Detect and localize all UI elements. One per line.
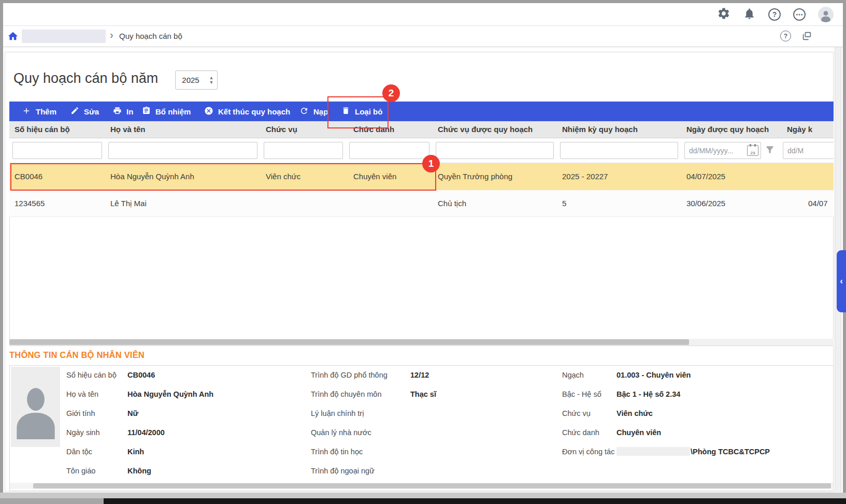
field-value: Chuyên viên (616, 428, 661, 437)
edit-button-label: Sửa (84, 107, 99, 116)
field-value: Kinh (127, 448, 144, 456)
user-avatar[interactable] (818, 7, 834, 22)
filter-chuc-danh-input[interactable] (349, 142, 429, 159)
field-label: Dân tộc (66, 448, 127, 456)
breadcrumb: › Quy hoạch cán bộ ? (3, 26, 843, 47)
appoint-button-label: Bổ nhiệm (155, 107, 191, 116)
field-label: Trình độ chuyên môn (311, 390, 410, 398)
field-value: Viên chức (616, 409, 653, 417)
reload-button[interactable]: Nạp (299, 102, 328, 121)
date-placeholder-clipped: dd/M (783, 147, 834, 155)
gear-icon[interactable] (717, 7, 730, 22)
field-label: Bậc - Hệ số (562, 390, 616, 398)
cell-chuc-danh (346, 190, 433, 217)
filter-ho-ten-input[interactable] (108, 142, 257, 159)
table-horizontal-scrollbar[interactable] (9, 339, 834, 345)
window-border-bottom (0, 493, 846, 498)
field-value: Hòa Nguyễn Quỳnh Anh (127, 390, 213, 398)
field-label: Tôn giáo (66, 467, 127, 475)
column-header-ngay-duoc-quy-hoach[interactable]: Ngày được quy hoạch (681, 121, 780, 138)
more-options-icon[interactable]: ⋯ (793, 8, 806, 21)
scrollbar-thumb[interactable] (33, 483, 831, 488)
home-icon[interactable] (7, 31, 19, 44)
annotation-rect-step2 (327, 96, 389, 128)
plus-icon (22, 106, 31, 117)
field-label: Trình độ tin học (311, 448, 410, 456)
filter-funnel-icon[interactable] (765, 145, 775, 157)
bell-icon[interactable] (743, 7, 756, 22)
cell-ngay-ket-thuc (780, 163, 834, 190)
field-label: Số hiệu cán bộ (66, 371, 127, 379)
print-button[interactable]: In (113, 102, 133, 121)
year-value[interactable]: 2025 (176, 71, 206, 89)
details-horizontal-scrollbar[interactable] (10, 483, 833, 489)
table-header-row: Số hiệu cán bộ Họ và tên Chức vụ Chức da… (9, 121, 834, 138)
add-button-label: Thêm (36, 107, 56, 116)
cell-chuc-vu-quy-hoach: Chủ tịch (433, 190, 557, 217)
field-value: Thạc sĩ (410, 390, 436, 398)
field-value: CB0046 (127, 371, 155, 379)
column-header-ngay-ket-thuc[interactable]: Ngày k (780, 121, 834, 138)
field-label: Ngày sinh (66, 428, 127, 437)
date-placeholder: dd/MM/yyyy... (685, 147, 747, 155)
help-glyph: ? (784, 33, 787, 40)
annotation-badge-step2: 2 (382, 84, 400, 102)
chevron-left-icon: ‹ (840, 276, 843, 286)
end-planning-button-label: Kết thúc quy hoạch (218, 107, 290, 116)
popout-window-icon[interactable] (801, 31, 812, 44)
help-icon[interactable]: ? (768, 8, 781, 21)
page-title: Quy hoạch cán bộ năm (13, 70, 158, 87)
calendar-day-number: 23 (751, 151, 755, 155)
scrollbar-thumb[interactable] (9, 339, 689, 345)
field-label: Trình độ GD phổ thông (311, 371, 410, 379)
details-column-1: Số hiệu cán bộCB0046 Họ và tênHòa Nguyễn… (66, 365, 294, 480)
person-silhouette-icon (13, 375, 59, 447)
appoint-button[interactable]: Bổ nhiệm (142, 102, 191, 121)
pencil-icon (70, 106, 79, 117)
print-button-label: In (126, 107, 133, 116)
filter-ngay-ket-thuc-date-input[interactable]: dd/M (783, 142, 834, 159)
field-label: Họ và tên (66, 390, 127, 398)
calendar-icon[interactable]: 23 (747, 145, 758, 156)
field-label: Lý luận chính trị (311, 409, 410, 417)
end-planning-button[interactable]: Kết thúc quy hoạch (204, 102, 290, 121)
filter-ngay-quy-hoach-date-input[interactable]: dd/MM/yyyy... 23 (684, 142, 761, 159)
field-value: 12/12 (410, 371, 429, 379)
add-button[interactable]: Thêm (22, 102, 56, 121)
more-glyph: ⋯ (796, 10, 803, 19)
redacted-breadcrumb-item (22, 30, 106, 43)
spinner-down-icon[interactable]: ▼ (209, 80, 214, 85)
x-circle-icon (204, 106, 213, 117)
field-value: Không (127, 467, 151, 475)
annotation-rect-step1 (10, 163, 436, 191)
edit-button[interactable]: Sửa (70, 102, 99, 121)
table-filter-row: dd/MM/yyyy... 23 dd/M (9, 138, 834, 163)
application-window: ? ⋯ › Quy hoạch cán bộ ? Quy hoạch cán b… (0, 0, 846, 504)
year-spinner[interactable]: 2025 ▲ ▼ (175, 70, 218, 90)
window-border-right (843, 3, 846, 493)
filter-nhiem-ky-input[interactable] (560, 142, 678, 159)
column-header-so-hieu-can-bo[interactable]: Số hiệu cán bộ (9, 121, 105, 138)
column-header-ho-va-ten[interactable]: Họ và tên (105, 121, 261, 138)
filter-chuc-vu-quy-hoach-input[interactable] (436, 142, 554, 159)
page-help-icon[interactable]: ? (780, 31, 791, 41)
field-value: \Phòng TCBC&TCPCP (691, 448, 770, 456)
field-label: Chức vụ (562, 409, 616, 417)
column-header-chuc-vu-quy-hoach[interactable]: Chức vụ được quy hoạch (433, 121, 557, 138)
help-glyph: ? (772, 10, 777, 19)
table-row[interactable]: 1234565 Lê Thị Mai Chủ tịch 5 30/06/2025… (9, 190, 834, 217)
cell-nhiem-ky: 5 (557, 190, 681, 217)
field-label: Trình độ ngoại ngữ (311, 467, 410, 475)
field-value: Bậc 1 - Hệ số 2.34 (616, 390, 680, 398)
taskbar-sliver-left (0, 498, 104, 504)
filter-so-hieu-input[interactable] (12, 142, 102, 159)
cell-ho-ten: Lê Thị Mai (105, 190, 261, 217)
collapse-panel-tab[interactable]: ‹ (837, 250, 846, 312)
filter-chuc-vu-input[interactable] (264, 142, 343, 159)
column-header-nhiem-ky[interactable]: Nhiệm kỳ quy hoạch (557, 121, 681, 138)
cell-nhiem-ky: 2025 - 20227 (557, 163, 681, 190)
details-column-3: Ngạch01.003 - Chuyên viên Bậc - Hệ sốBậc… (562, 365, 826, 461)
refresh-icon (299, 106, 309, 117)
field-label: Chức danh (562, 428, 616, 437)
window-border-left (0, 3, 3, 493)
